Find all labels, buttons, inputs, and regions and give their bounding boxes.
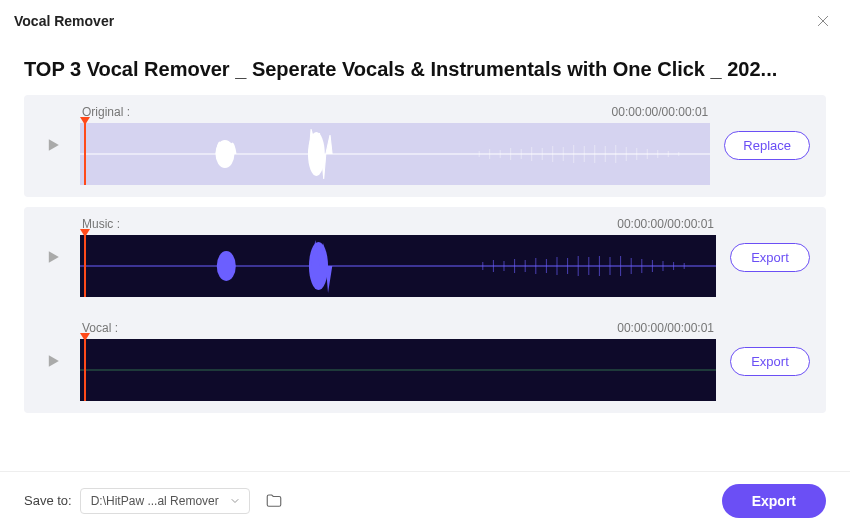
playhead-marker[interactable] — [80, 117, 90, 125]
music-track-row: Music : 00:00:00/00:00:01 — [40, 217, 810, 297]
save-to-label: Save to: — [24, 493, 72, 508]
music-track-body: Music : 00:00:00/00:00:01 — [80, 217, 716, 297]
original-track-body: Original : 00:00:00/00:00:01 — [80, 105, 710, 185]
music-export-button[interactable]: Export — [730, 243, 810, 272]
waveform-graphic — [80, 235, 716, 297]
original-track-header: Original : 00:00:00/00:00:01 — [80, 105, 710, 119]
open-folder-button[interactable] — [260, 487, 288, 515]
playhead-line — [84, 339, 86, 401]
window-title: Vocal Remover — [14, 13, 114, 29]
playhead-marker[interactable] — [80, 333, 90, 341]
vocal-track-time: 00:00:00/00:00:01 — [617, 321, 714, 335]
playhead-marker[interactable] — [80, 229, 90, 237]
svg-point-24 — [217, 251, 236, 281]
music-play-button[interactable] — [40, 244, 66, 270]
save-path-text: D:\HitPaw ...al Remover — [91, 494, 219, 508]
waveform-graphic — [80, 339, 716, 401]
music-waveform[interactable] — [80, 235, 716, 297]
svg-point-2 — [308, 132, 325, 176]
original-waveform[interactable] — [80, 123, 710, 185]
footer-bar: Save to: D:\HitPaw ...al Remover Export — [0, 471, 850, 529]
original-play-button[interactable] — [40, 132, 66, 158]
waveform-graphic — [80, 123, 710, 185]
original-track-time: 00:00:00/00:00:01 — [612, 105, 709, 119]
music-track-time: 00:00:00/00:00:01 — [617, 217, 714, 231]
close-icon — [815, 13, 831, 29]
titlebar: Vocal Remover — [0, 0, 850, 40]
vocal-track-header: Vocal : 00:00:00/00:00:01 — [80, 321, 716, 335]
chevron-down-icon — [229, 495, 241, 507]
vocal-track-body: Vocal : 00:00:00/00:00:01 — [80, 321, 716, 401]
original-panel: Original : 00:00:00/00:00:01 — [24, 95, 826, 197]
original-track-row: Original : 00:00:00/00:00:01 — [40, 105, 810, 185]
svg-point-1 — [216, 140, 235, 168]
play-icon — [43, 247, 63, 267]
vocal-play-button[interactable] — [40, 348, 66, 374]
play-icon — [43, 351, 63, 371]
close-button[interactable] — [810, 8, 836, 34]
music-track-header: Music : 00:00:00/00:00:01 — [80, 217, 716, 231]
vocal-waveform[interactable] — [80, 339, 716, 401]
play-icon — [43, 135, 63, 155]
playhead-line — [84, 235, 86, 297]
page-title: TOP 3 Vocal Remover _ Seperate Vocals & … — [0, 40, 850, 95]
vocal-export-button[interactable]: Export — [730, 347, 810, 376]
save-path-select[interactable]: D:\HitPaw ...al Remover — [80, 488, 250, 514]
export-button[interactable]: Export — [722, 484, 826, 518]
replace-button[interactable]: Replace — [724, 131, 810, 160]
folder-icon — [265, 492, 283, 510]
playhead-line — [84, 123, 86, 185]
vocal-track-row: Vocal : 00:00:00/00:00:01 Export — [40, 321, 810, 401]
separated-panel: Music : 00:00:00/00:00:01 — [24, 207, 826, 413]
